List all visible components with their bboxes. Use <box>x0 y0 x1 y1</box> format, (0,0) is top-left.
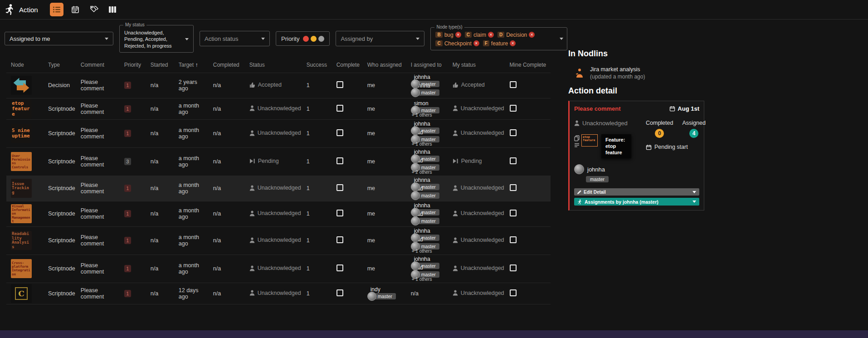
priority-dot[interactable] <box>311 36 317 42</box>
column-header[interactable]: Target ↑ <box>176 58 210 73</box>
column-header[interactable]: Comment <box>78 58 122 73</box>
node-thumbnail[interactable]: C <box>11 284 32 303</box>
table-row[interactable]: User Permissions ControlsScriptnodePleas… <box>6 147 551 176</box>
success-cell: 1 <box>304 176 334 201</box>
nodlin-item[interactable]: Jira market analysis (updated a month ag… <box>568 59 704 86</box>
mine-complete-checkbox[interactable] <box>510 265 517 271</box>
mine-complete-checkbox[interactable] <box>510 157 517 164</box>
app-title: Action <box>19 6 38 14</box>
node-thumbnail[interactable]: Issue Tracking <box>11 179 32 198</box>
target-cell: a month ago <box>176 147 210 176</box>
mine-complete-checkbox[interactable] <box>510 210 517 216</box>
tags-view-button[interactable] <box>87 3 101 16</box>
status-label: Unacknowledged <box>258 130 301 136</box>
mine-complete-checkbox[interactable] <box>510 289 517 296</box>
priority-filter[interactable]: Priority <box>276 31 330 46</box>
detail-assignee[interactable]: johnha master <box>574 164 642 182</box>
mine-complete-checkbox[interactable] <box>510 81 517 88</box>
assignments-button[interactable]: Assignments by johnha (master) <box>574 198 699 206</box>
complete-checkbox[interactable] <box>336 265 343 271</box>
table-row[interactable]: Issue TrackingScriptnodePlease comment1n… <box>6 176 551 201</box>
started-cell: n/a <box>148 73 176 98</box>
column-header[interactable]: Status <box>247 58 304 73</box>
action-status-select[interactable]: Action status <box>200 31 270 46</box>
success-cell: 1 <box>304 201 334 226</box>
table-row[interactable]: 5 nine uptimeScriptnodePlease comment1n/… <box>6 119 551 147</box>
started-cell: n/a <box>148 226 176 255</box>
node-thumbnail[interactable]: Cross-platform Integration <box>11 259 32 278</box>
node-type-name: claim <box>473 32 486 38</box>
avatar <box>411 154 420 163</box>
complete-checkbox[interactable] <box>336 210 343 216</box>
status-value: Unacknowledged <box>249 237 301 243</box>
table-row[interactable]: Cross-platform IntegrationScriptnodePlea… <box>6 255 551 283</box>
assignee-chip[interactable]: indymaster <box>367 286 405 301</box>
complete-checkbox[interactable] <box>336 157 343 164</box>
detail-date: Aug 1st <box>669 105 699 112</box>
node-thumbnail[interactable]: User Permissions Controls <box>11 152 32 171</box>
who-assigned-cell: me <box>365 98 408 119</box>
node-type-letter: B <box>435 32 442 38</box>
calendar-view-button[interactable] <box>68 3 82 16</box>
list-view-button[interactable] <box>50 3 63 16</box>
column-header[interactable]: Success <box>304 58 334 73</box>
status-value: Unacknowledged <box>453 265 504 271</box>
status-cell: Unacknowledged <box>247 176 304 201</box>
complete-checkbox[interactable] <box>336 184 343 191</box>
status-value: Unacknowledged <box>249 290 301 296</box>
chevron-down-icon <box>692 191 696 193</box>
i-assigned-to-cell: johnnamasterdadmaster <box>408 176 450 201</box>
mine-complete-cell <box>507 255 551 283</box>
column-header[interactable]: Mine Complete <box>507 58 551 73</box>
remove-tag-icon[interactable]: × <box>473 40 479 46</box>
priority-dot[interactable] <box>318 36 324 42</box>
mine-complete-checkbox[interactable] <box>510 105 517 112</box>
remove-tag-icon[interactable]: × <box>488 32 494 38</box>
node-thumbnail[interactable] <box>11 76 32 95</box>
mine-complete-checkbox[interactable] <box>510 129 517 136</box>
column-header[interactable]: Who assigned <box>365 58 408 73</box>
column-header[interactable]: Priority <box>122 58 148 73</box>
columns-view-button[interactable] <box>106 3 119 16</box>
node-thumbnail[interactable]: 5 nine uptime <box>11 124 32 143</box>
complete-checkbox[interactable] <box>336 289 343 296</box>
mine-complete-checkbox[interactable] <box>510 236 517 243</box>
priority-dot[interactable] <box>303 36 309 42</box>
node-thumbnail[interactable]: Readability Analysis <box>11 231 32 250</box>
remove-tag-icon[interactable]: × <box>455 32 461 38</box>
column-header[interactable]: Complete <box>334 58 365 73</box>
column-header[interactable]: I assigned to <box>408 58 450 73</box>
column-header[interactable]: Node <box>6 58 45 73</box>
type-cell: Scriptnode <box>45 98 78 119</box>
table-row[interactable]: etop featureScriptnodePlease comment1n/a… <box>6 98 551 119</box>
column-header[interactable]: My status <box>450 58 507 73</box>
my-status-select[interactable]: My status Unacknowledged, Pending, Accep… <box>119 25 194 53</box>
complete-checkbox[interactable] <box>336 81 343 88</box>
node-thumbnail[interactable]: Visual Information Management <box>11 204 32 223</box>
node-types-select[interactable]: Node type(s) Bbug×Cclaim×DDecision×CChec… <box>430 27 567 50</box>
remove-tag-icon[interactable]: × <box>529 32 535 38</box>
complete-checkbox[interactable] <box>336 129 343 136</box>
assigned-by-select[interactable]: Assigned by <box>336 31 424 46</box>
complete-checkbox[interactable] <box>336 105 343 112</box>
table-row[interactable]: CScriptnodePlease comment1n/a12 days ago… <box>6 283 551 304</box>
remove-tag-icon[interactable]: × <box>510 40 516 46</box>
table-row[interactable]: Visual Information ManagementScriptnodeP… <box>6 201 551 226</box>
column-header[interactable]: Type <box>45 58 78 73</box>
table-row[interactable]: Readability AnalysisScriptnodePlease com… <box>6 226 551 255</box>
taskbar <box>0 330 868 338</box>
success-cell: 1 <box>304 119 334 147</box>
my-status-cell: Pending <box>450 147 507 176</box>
complete-checkbox[interactable] <box>336 236 343 243</box>
table-row[interactable]: DecisionPlease comment1n/a2 years agon/a… <box>6 73 551 98</box>
node-thumbnail[interactable]: etop feature <box>11 99 32 118</box>
column-header[interactable]: Started <box>148 58 176 73</box>
my-status-cell: Unacknowledged <box>450 201 507 226</box>
feature-thumbnail[interactable]: etop feature <box>581 134 598 147</box>
column-header[interactable]: Completed <box>210 58 247 73</box>
pending-icon <box>453 158 458 164</box>
edit-detail-button[interactable]: Edit Detail <box>574 188 699 196</box>
mine-complete-checkbox[interactable] <box>510 184 517 191</box>
assigned-to-me-select[interactable]: Assigned to me <box>5 32 113 45</box>
node-cell: Cross-platform Integration <box>6 255 45 283</box>
